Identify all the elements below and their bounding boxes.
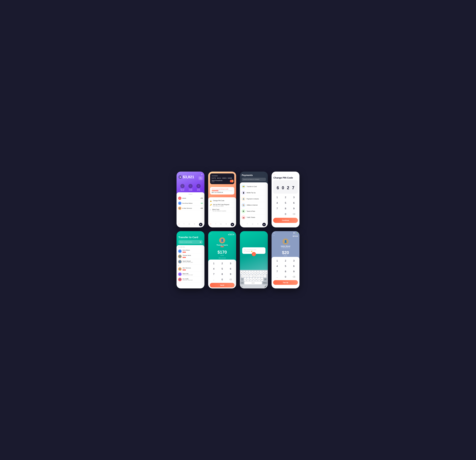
key-x[interactable]: x bbox=[247, 278, 249, 281]
key-v[interactable]: v bbox=[252, 278, 255, 281]
key-h[interactable]: h bbox=[255, 274, 258, 277]
profile-nav-icon[interactable]: ▶ bbox=[262, 223, 266, 226]
continue-button[interactable]: Continue bbox=[273, 218, 298, 223]
numpad-dot[interactable]: . bbox=[210, 277, 218, 282]
emoji-icon[interactable]: ☺ bbox=[241, 285, 243, 287]
transfer-card-item[interactable]: 💳 Transfer to Card bbox=[241, 184, 266, 190]
mic-icon[interactable]: 🎤 bbox=[264, 285, 267, 287]
list-item[interactable]: 👤 Sarah Stewart 5375 4141 0001 6400 bbox=[178, 259, 203, 264]
camera-nav-icon[interactable]: ◎ bbox=[252, 223, 253, 226]
camera-nav-icon[interactable]: ◎ bbox=[220, 223, 222, 226]
plus-nav-icon[interactable]: + bbox=[183, 223, 184, 226]
profile-nav-icon[interactable]: ▶ bbox=[231, 223, 234, 226]
setup-pin-item[interactable]: 🔑 Set Up PIN Code Request Don't ask up t… bbox=[210, 203, 235, 208]
list-item[interactable]: 👤 Alan Simmons mono bbox=[178, 267, 203, 272]
key-w[interactable]: w bbox=[243, 271, 246, 274]
key-m[interactable]: m bbox=[261, 278, 263, 281]
back-arrow-icon[interactable]: ← bbox=[178, 233, 203, 235]
numpad-5[interactable]: 5 bbox=[281, 200, 289, 205]
gear-icon[interactable]: ⚙ bbox=[201, 173, 203, 176]
numpad-7[interactable]: 7 bbox=[210, 272, 218, 276]
numpad-2[interactable]: 2 bbox=[281, 258, 289, 263]
numpad-1[interactable]: 1 bbox=[273, 258, 281, 263]
key-g[interactable]: g bbox=[253, 274, 255, 277]
profile-nav-icon[interactable]: ▶ bbox=[199, 223, 203, 226]
back-arrow-icon[interactable]: ← bbox=[210, 233, 212, 235]
list-item[interactable]: 👤 Marie Hall 5375 4141 0001 6400 bbox=[178, 272, 203, 277]
numpad-4[interactable]: 4 bbox=[273, 264, 281, 268]
numpad-2[interactable]: 2 bbox=[281, 195, 289, 200]
numpad-8[interactable]: 8 bbox=[281, 206, 289, 211]
transfer-action[interactable]: → Transferto Card bbox=[188, 184, 193, 191]
scan-icon[interactable]: ▣ bbox=[200, 241, 201, 243]
return-key[interactable]: Return bbox=[262, 281, 267, 284]
taxes-item[interactable]: 🏛 Taxes & Fees bbox=[241, 208, 266, 214]
key-s[interactable]: s bbox=[244, 274, 246, 277]
plus-nav-icon[interactable]: + bbox=[215, 223, 216, 226]
key-e[interactable]: e bbox=[246, 271, 248, 274]
key-f[interactable]: f bbox=[250, 274, 252, 277]
numpad-8[interactable]: 8 bbox=[281, 269, 289, 274]
topup-button[interactable]: Top Up bbox=[273, 280, 298, 285]
numpad-0[interactable]: 0 bbox=[281, 211, 289, 217]
back-arrow-icon[interactable]: ← bbox=[273, 234, 275, 236]
numpad-4[interactable]: 4 bbox=[273, 200, 281, 205]
key-p[interactable]: p bbox=[265, 271, 267, 274]
delete-key[interactable]: ⌫ bbox=[264, 278, 267, 281]
key-r[interactable]: r bbox=[249, 271, 251, 274]
key-a[interactable]: a bbox=[241, 274, 244, 277]
key-k[interactable]: k bbox=[261, 274, 264, 277]
traffic-item[interactable]: 🚗 Traffic Tickets bbox=[241, 214, 266, 221]
key-z[interactable]: z bbox=[244, 278, 246, 281]
gift-nav-icon[interactable]: ⧖ bbox=[194, 223, 195, 226]
numpad-3[interactable]: 3 bbox=[290, 258, 298, 263]
key-b[interactable]: b bbox=[255, 278, 258, 281]
numpad-0[interactable]: 0 bbox=[218, 277, 226, 282]
numpad-1[interactable]: 1 bbox=[210, 261, 218, 266]
home-nav-icon[interactable]: ⌂ bbox=[178, 223, 180, 226]
numpad-0[interactable]: 0 bbox=[281, 274, 289, 279]
change-pin-item[interactable]: 🔒 Change PIN Code bbox=[210, 199, 235, 203]
numpad-9[interactable]: 9 bbox=[290, 206, 298, 211]
numpad-delete[interactable]: ⌫ bbox=[227, 277, 235, 282]
list-item[interactable]: 👤 Ann Griffin 4149 5567 3328 0287 bbox=[178, 277, 203, 282]
numpad-delete[interactable]: ⌫ bbox=[290, 274, 298, 279]
search-bar[interactable]: Search by history & contacts bbox=[242, 178, 266, 181]
numpad-9[interactable]: 9 bbox=[290, 269, 298, 274]
numpad-9[interactable]: 9 bbox=[227, 272, 235, 276]
home-nav-icon[interactable]: ⌂ bbox=[242, 223, 243, 226]
numpad-6[interactable]: 6 bbox=[290, 264, 298, 268]
numpad-3[interactable]: 3 bbox=[290, 195, 298, 200]
key-c[interactable]: c bbox=[250, 278, 252, 281]
back-arrow-icon[interactable]: ← bbox=[273, 173, 298, 176]
key-n[interactable]: n bbox=[258, 278, 260, 281]
payment-ukraine-item[interactable]: 🏦 Payment in Ukraine bbox=[241, 196, 266, 202]
numpad-2[interactable]: 2 bbox=[218, 261, 226, 266]
block-card-item[interactable]: ⊘ Block Card You can unblock it anytime bbox=[210, 208, 235, 213]
numpad-4[interactable]: 4 bbox=[210, 266, 218, 271]
key-t[interactable]: t bbox=[251, 271, 254, 274]
numpad-dot[interactable]: . bbox=[273, 274, 281, 279]
add-comment-label[interactable]: Add comment bbox=[208, 256, 236, 259]
numpad-7[interactable]: 7 bbox=[273, 206, 281, 211]
numpad-1[interactable]: 1 bbox=[273, 195, 281, 200]
list-item[interactable]: 👤 Thomas Harris mono bbox=[178, 254, 203, 259]
list-item[interactable]: 👤 Anna Nelson mono bbox=[178, 249, 203, 254]
numpad-3[interactable]: 3 bbox=[227, 261, 235, 266]
numpad-5[interactable]: 5 bbox=[218, 266, 226, 271]
numpad-delete[interactable]: ⌫ bbox=[290, 211, 298, 217]
numpad-6[interactable]: 6 bbox=[290, 200, 298, 205]
camera-nav-icon[interactable]: ◎ bbox=[188, 223, 190, 226]
utilities-item[interactable]: 🏠 Utilities & Internet bbox=[241, 202, 266, 208]
space-key[interactable]: space bbox=[244, 281, 262, 284]
shift-key[interactable]: ⇧ bbox=[241, 278, 244, 281]
gift-nav-icon[interactable]: ⧖ bbox=[257, 223, 258, 226]
home-nav-icon[interactable]: ⌂ bbox=[210, 223, 211, 226]
key-i[interactable]: i bbox=[260, 271, 262, 274]
mycardtopup-action[interactable]: ↓ My CardTop Up bbox=[180, 184, 185, 191]
key-o[interactable]: o bbox=[262, 271, 265, 274]
numpad-6[interactable]: 6 bbox=[227, 266, 235, 271]
card-input[interactable]: Name or card number ▣ bbox=[178, 240, 203, 244]
key-d[interactable]: d bbox=[247, 274, 249, 277]
send-button[interactable]: Send bbox=[210, 283, 235, 287]
